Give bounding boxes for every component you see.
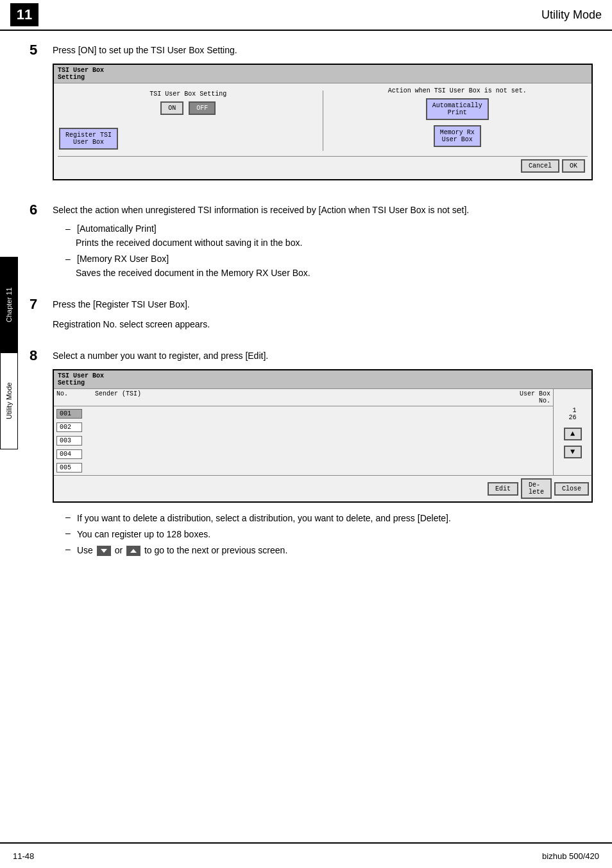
dash-icon-3: –: [65, 512, 77, 525]
step-6-content: Select the action when unregistered TSI …: [53, 204, 593, 286]
step-8-bullets: – If you want to delete a distribution, …: [65, 512, 593, 557]
no-box-2: 002: [56, 422, 82, 432]
step-6-bullet-2-text: [Memory RX User Box]: [77, 254, 169, 264]
step-7: 7 Press the [Register TSI User Box]. Reg…: [30, 298, 593, 338]
step-8-bullet-2-text: You can register up to 128 boxes.: [77, 528, 210, 541]
col-sender-header: Sender (TSI): [95, 390, 499, 404]
main-content: 5 Press [ON] to set up the TSI User Box …: [0, 31, 612, 614]
step-8-bullet-1-text: If you want to delete a distribution, se…: [77, 512, 451, 525]
cell-no-4: 004: [56, 449, 95, 459]
step-5-left-col: TSI User Box Setting ON OFF Register TSI…: [58, 91, 323, 151]
col-no-header: No.: [56, 390, 95, 404]
dash-icon-5: –: [65, 544, 77, 557]
userbox-num-display: 126: [565, 406, 580, 422]
side-tab-chapter-label: Chapter 11: [0, 257, 18, 352]
step-8-screen-bottom: Edit De-lete Close: [54, 475, 591, 501]
arrow-down-button[interactable]: ▼: [564, 446, 582, 458]
on-button[interactable]: ON: [160, 101, 183, 115]
or-text: or: [115, 545, 123, 555]
delete-button[interactable]: De-lete: [521, 478, 552, 499]
step-7-number: 7: [30, 296, 53, 313]
step-6-bullet-1-text: [Automatically Print]: [77, 223, 157, 234]
edit-button[interactable]: Edit: [488, 482, 518, 496]
step-6-number: 6: [30, 202, 53, 218]
step-5-cancel-button[interactable]: Cancel: [521, 159, 559, 173]
cell-no-1: 001: [56, 409, 95, 419]
step-5-bottom-bar: Cancel OK: [58, 156, 588, 175]
step-8-number: 8: [30, 347, 53, 364]
step-6-bullet-1-desc: Prints the received document without sav…: [76, 236, 593, 250]
table-row[interactable]: 001: [54, 408, 553, 420]
step-8-table-main: No. Sender (TSI) User BoxNo. 001: [54, 389, 553, 475]
step-7-content: Press the [Register TSI User Box]. Regis…: [53, 298, 593, 338]
step-6-bullet-2-desc: Saves the received document in the Memor…: [76, 266, 593, 280]
no-box-5: 005: [56, 463, 82, 473]
table-row[interactable]: 004: [54, 448, 553, 460]
memory-rx-button[interactable]: Memory RxUser Box: [434, 125, 481, 147]
nav-up-icon: [126, 546, 140, 556]
step-8: 8 Select a number you want to register, …: [30, 349, 593, 564]
nav-down-icon: [97, 546, 111, 556]
table-row[interactable]: 005: [54, 462, 553, 474]
step-8-bullet-3-text: Use or to go to the next or previous scr…: [77, 544, 287, 557]
side-tab: Chapter 11 Utility Mode: [0, 257, 18, 449]
step-8-content: Select a number you want to register, an…: [53, 349, 593, 564]
use-text: Use: [77, 545, 93, 555]
table-row[interactable]: 003: [54, 435, 553, 447]
col-userbox-header: User BoxNo.: [499, 390, 550, 404]
auto-print-button[interactable]: AutomaticallyPrint: [426, 98, 489, 120]
page-header: 11 Utility Mode: [0, 0, 612, 31]
no-box-4: 004: [56, 449, 82, 459]
no-box-1: 001: [56, 409, 82, 419]
step-6: 6 Select the action when unregistered TS…: [30, 204, 593, 286]
step-5-on-off-group: ON OFF: [58, 100, 319, 116]
step-8-text: Select a number you want to register, an…: [53, 349, 593, 363]
step-6-bullets: – [Automatically Print] Prints the recei…: [65, 223, 593, 280]
step-5: 5 Press [ON] to set up the TSI User Box …: [30, 44, 593, 192]
step-5-screen-body: TSI User Box Setting ON OFF Register TSI…: [54, 83, 591, 179]
step-5-screen: TSI User BoxSetting TSI User Box Setting…: [53, 64, 593, 180]
side-tab-utility-label: Utility Mode: [0, 352, 18, 449]
footer-model-name: bizhub 500/420: [542, 851, 599, 861]
table-row[interactable]: 002: [54, 421, 553, 433]
step-6-bullet-1: – [Automatically Print]: [65, 223, 593, 234]
step-5-left-label: TSI User Box Setting: [58, 91, 319, 98]
dash-icon-2: –: [65, 254, 77, 264]
step-8-right-panel: 126 ▲ ▼: [553, 389, 591, 475]
close-button[interactable]: Close: [554, 482, 589, 496]
step-8-screen: TSI User BoxSetting No. Sender (TSI) Use…: [53, 369, 593, 503]
step-8-bullet-2: – You can register up to 128 boxes.: [65, 528, 593, 541]
step-5-content: Press [ON] to set up the TSI User Box Se…: [53, 44, 593, 192]
step-8-bullet-1: – If you want to delete a distribution, …: [65, 512, 593, 525]
step-8-table-area: No. Sender (TSI) User BoxNo. 001: [54, 389, 591, 475]
arrow-up-button[interactable]: ▲: [564, 428, 582, 440]
step-6-text: Select the action when unregistered TSI …: [53, 204, 593, 217]
step-7-subtext: Registration No. select screen appears.: [53, 318, 593, 331]
no-box-3: 003: [56, 436, 82, 446]
step-8-bullet-3: – Use or to go to the next or previous s…: [65, 544, 593, 557]
step-5-right-col: Action when TSI User Box is not set. Aut…: [327, 87, 588, 153]
off-button[interactable]: OFF: [189, 101, 216, 115]
step-6-bullet-2: – [Memory RX User Box]: [65, 254, 593, 264]
chapter-number-box: 11: [10, 3, 38, 26]
step-5-right-label: Action when TSI User Box is not set.: [327, 87, 588, 94]
dash-icon-4: –: [65, 528, 77, 541]
step-8-screen-title: TSI User BoxSetting: [54, 370, 591, 389]
register-tsi-button[interactable]: Register TSIUser Box: [59, 128, 118, 150]
step-5-screen-title: TSI User BoxSetting: [54, 65, 591, 83]
step-5-ok-button[interactable]: OK: [562, 159, 585, 173]
step-7-text: Press the [Register TSI User Box].: [53, 298, 593, 311]
chapter-number: 11: [17, 6, 32, 23]
step-5-text: Press [ON] to set up the TSI User Box Se…: [53, 44, 593, 57]
dash-icon-1: –: [65, 223, 77, 234]
header-title: Utility Mode: [541, 8, 602, 22]
table-header: No. Sender (TSI) User BoxNo.: [54, 389, 553, 406]
nav-text-after: to go to the next or previous screen.: [144, 545, 287, 555]
page-footer: 11-48 bizhub 500/420: [0, 842, 612, 868]
cell-no-5: 005: [56, 463, 95, 473]
cell-no-2: 002: [56, 422, 95, 432]
footer-page-number: 11-48: [13, 851, 34, 861]
step-5-number: 5: [30, 42, 53, 58]
step-5-screen-row: TSI User Box Setting ON OFF Register TSI…: [58, 87, 588, 153]
cell-no-3: 003: [56, 436, 95, 446]
